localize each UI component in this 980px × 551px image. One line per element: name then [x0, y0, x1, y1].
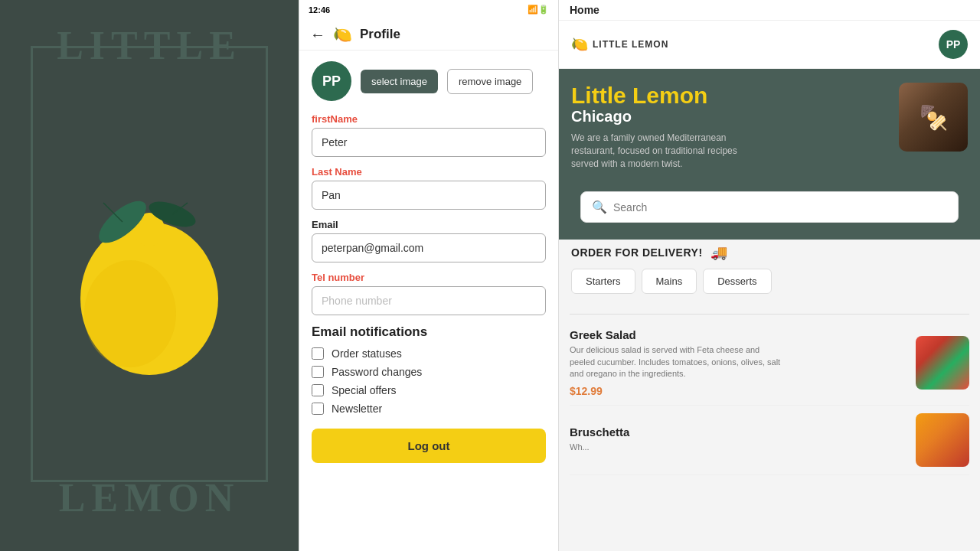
brand-panel: LITTLE LEMON	[0, 0, 299, 551]
last-name-input[interactable]	[312, 181, 546, 210]
hero-city: Chicago	[571, 108, 890, 126]
delivery-title: ORDER FOR DELIVERY!	[571, 246, 703, 259]
brand-border	[31, 46, 268, 482]
order-statuses-checkbox[interactable]	[312, 347, 324, 360]
special-offers-checkbox[interactable]	[312, 384, 324, 396]
profile-panel: 12:46 📶🔋 ← 🍋 Profile PP select image rem…	[299, 0, 559, 551]
password-changes-checkbox[interactable]	[312, 366, 324, 378]
home-avatar[interactable]: PP	[939, 30, 968, 59]
header-lemon-icon: 🍋	[333, 25, 352, 44]
logout-button[interactable]: Log out	[312, 429, 546, 463]
salad-image-placeholder	[916, 336, 969, 390]
newsletter-checkbox[interactable]	[312, 403, 324, 415]
email-label: Email	[312, 219, 546, 230]
checkbox-password-changes[interactable]: Password changes	[312, 366, 546, 378]
food-info-salad: Greek Salad Our delicious salad is serve…	[570, 328, 906, 396]
food-desc-bruschetta: Wh...	[570, 442, 784, 453]
food-name-bruschetta: Bruschetta	[570, 425, 906, 439]
bruschetta-image-placeholder	[916, 413, 969, 467]
checkbox-special-offers[interactable]: Special offers	[312, 384, 546, 396]
last-name-label: Last Name	[312, 166, 546, 178]
food-info-bruschetta: Bruschetta Wh...	[570, 425, 906, 453]
email-input[interactable]	[312, 233, 546, 262]
delivery-section: ORDER FOR DELIVERY! 🚚 Starters Mains Des…	[559, 240, 980, 308]
home-logo: 🍋 LITTLE LEMON	[571, 36, 668, 53]
home-nav: 🍋 LITTLE LEMON PP	[559, 21, 980, 69]
hero-restaurant-name: Little Lemon	[571, 83, 890, 108]
search-icon: 🔍	[592, 200, 607, 214]
search-container: 🔍	[559, 184, 980, 240]
food-image-salad	[916, 336, 969, 390]
menu-item-greek-salad: Greek Salad Our delicious salad is serve…	[570, 321, 969, 405]
food-image-bruschetta	[916, 413, 969, 467]
home-lemon-icon: 🍋	[571, 36, 588, 53]
home-status-bar: Home	[559, 0, 980, 21]
profile-body: PP select image remove image firstName L…	[299, 51, 558, 551]
password-changes-label: Password changes	[332, 366, 422, 378]
brand-top-text: LITTLE	[0, 23, 299, 68]
menu-list: Greek Salad Our delicious salad is serve…	[559, 308, 980, 551]
brand-bottom-text: LEMON	[0, 475, 299, 520]
search-input[interactable]	[613, 201, 947, 214]
hero-section: Little Lemon Chicago We are a family own…	[559, 69, 980, 184]
profile-time: 12:46	[309, 5, 330, 15]
tab-desserts[interactable]: Desserts	[703, 269, 771, 294]
category-tabs: Starters Mains Desserts	[571, 269, 968, 294]
tab-mains[interactable]: Mains	[642, 269, 697, 294]
avatar-row: PP select image remove image	[312, 61, 546, 101]
tel-label: Tel number	[312, 272, 546, 283]
first-name-input[interactable]	[312, 128, 546, 157]
tab-starters[interactable]: Starters	[571, 269, 635, 294]
back-button[interactable]: ←	[310, 26, 325, 44]
profile-header: ← 🍋 Profile	[299, 19, 558, 51]
avatar: PP	[312, 61, 351, 101]
search-bar[interactable]: 🔍	[580, 191, 959, 223]
home-nav-label: Home	[570, 4, 599, 16]
food-name-salad: Greek Salad	[570, 328, 906, 341]
hero-text: Little Lemon Chicago We are a family own…	[571, 83, 890, 170]
profile-status-bar: 12:46 📶🔋	[299, 0, 558, 19]
newsletter-label: Newsletter	[332, 403, 382, 415]
tel-input[interactable]	[312, 286, 546, 315]
profile-title: Profile	[360, 27, 400, 42]
delivery-truck-icon: 🚚	[710, 244, 727, 261]
remove-image-button[interactable]: remove image	[447, 69, 533, 94]
hero-image: 🍢	[899, 83, 968, 152]
food-price-salad: $12.99	[570, 385, 906, 397]
hero-image-placeholder: 🍢	[899, 83, 968, 152]
profile-battery-icons: 📶🔋	[528, 5, 549, 15]
special-offers-label: Special offers	[332, 384, 397, 396]
delivery-header: ORDER FOR DELIVERY! 🚚	[571, 244, 968, 261]
select-image-button[interactable]: select image	[361, 70, 438, 93]
order-statuses-label: Order statuses	[332, 347, 402, 360]
food-desc-salad: Our delicious salad is served with Feta …	[570, 344, 784, 380]
home-panel: Home 🍋 LITTLE LEMON PP Little Lemon Chic…	[559, 0, 980, 551]
home-logo-title: LITTLE LEMON	[593, 39, 668, 50]
divider	[570, 314, 969, 315]
first-name-label: firstName	[312, 113, 546, 125]
checkbox-newsletter[interactable]: Newsletter	[312, 403, 546, 415]
notifications-title: Email notifications	[312, 324, 546, 340]
menu-item-bruschetta: Bruschetta Wh...	[570, 406, 969, 475]
checkbox-order-statuses[interactable]: Order statuses	[312, 347, 546, 360]
hero-description: We are a family owned Mediterranean rest…	[571, 132, 740, 170]
